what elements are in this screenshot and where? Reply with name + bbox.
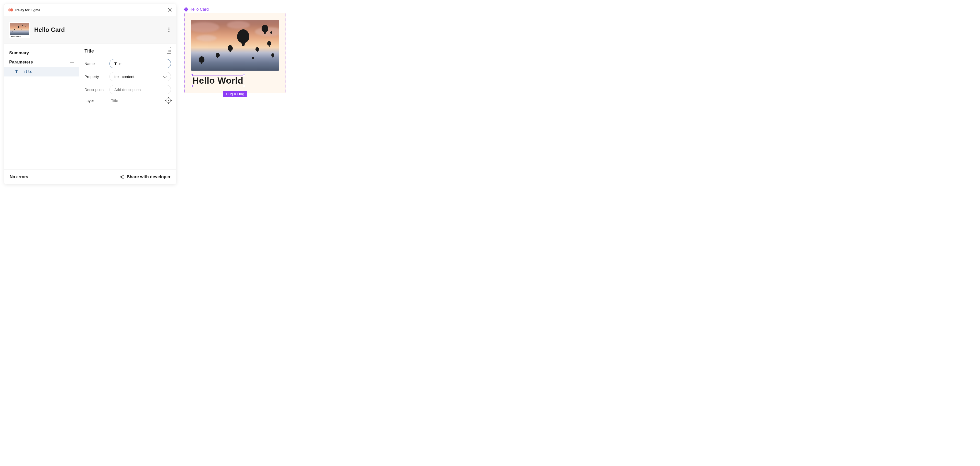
resize-handle-tr[interactable] (243, 74, 245, 76)
name-input[interactable] (110, 59, 171, 68)
resize-handle-tl[interactable] (191, 74, 192, 76)
parameter-item-title[interactable]: T Title (4, 67, 79, 76)
thumbnail-image (10, 23, 29, 35)
card-title-text: Hello World (192, 76, 243, 86)
property-label: Property (84, 74, 107, 79)
component-icon (184, 8, 188, 11)
layer-value: Title (107, 98, 166, 103)
more-menu-icon[interactable] (167, 26, 171, 34)
close-icon[interactable] (167, 8, 172, 12)
name-row: Name (84, 59, 171, 68)
panel-header: Relay for Figma (4, 4, 176, 16)
detail-pane: Title Name Property text-content (80, 44, 176, 170)
parameters-section: Parameters (4, 58, 79, 67)
detail-header: Title (84, 48, 171, 54)
panel-title-group: Relay for Figma (8, 8, 40, 12)
component-thumbnail: Hello World (9, 22, 30, 38)
panel-footer: No errors Share with developer (4, 170, 176, 184)
description-row: Description (84, 85, 171, 94)
parameter-item-label: Title (21, 69, 32, 74)
sidebar: Summary Parameters T Title (4, 44, 80, 170)
description-label: Description (84, 87, 107, 92)
size-badge: Hug × Hug (223, 91, 247, 97)
component-frame[interactable]: Hello World Hug × Hug (184, 13, 286, 93)
relay-logo-icon (8, 8, 13, 12)
layer-row: Layer Title (84, 98, 171, 103)
error-status: No errors (10, 174, 28, 179)
resize-handle-br[interactable] (243, 85, 245, 87)
name-label: Name (84, 62, 107, 66)
text-type-icon: T (15, 70, 18, 74)
plugin-title: Relay for Figma (15, 8, 40, 12)
chevron-down-icon (163, 74, 167, 78)
delete-icon[interactable] (167, 49, 171, 54)
thumbnail-caption: Hello World (10, 36, 29, 38)
property-select[interactable]: text-content (110, 72, 171, 81)
layer-label: Layer (84, 98, 107, 103)
panel-body: Summary Parameters T Title Title Name (4, 44, 176, 170)
share-icon (120, 175, 124, 179)
share-label: Share with developer (127, 174, 170, 179)
add-parameter-icon[interactable] (70, 60, 74, 64)
detail-title: Title (84, 48, 94, 54)
summary-section[interactable]: Summary (4, 48, 79, 58)
selected-text-layer[interactable]: Hello World (192, 75, 244, 86)
relay-panel: Relay for Figma Hello World Hello Card S… (4, 4, 176, 184)
component-header: Hello World Hello Card (4, 16, 176, 44)
locate-layer-icon[interactable] (166, 98, 171, 103)
description-input[interactable] (110, 85, 171, 94)
share-button[interactable]: Share with developer (120, 174, 170, 179)
card-image[interactable] (191, 20, 279, 71)
property-row: Property text-content (84, 72, 171, 81)
parameters-label: Parameters (9, 60, 33, 65)
component-frame-label-text: Hello Card (189, 7, 209, 12)
component-name: Hello Card (34, 26, 65, 33)
figma-canvas: Hello Card Hello World Hug × Hug (184, 7, 286, 93)
property-value: text-content (115, 74, 134, 79)
component-frame-label[interactable]: Hello Card (184, 7, 286, 12)
resize-handle-bl[interactable] (191, 85, 192, 87)
